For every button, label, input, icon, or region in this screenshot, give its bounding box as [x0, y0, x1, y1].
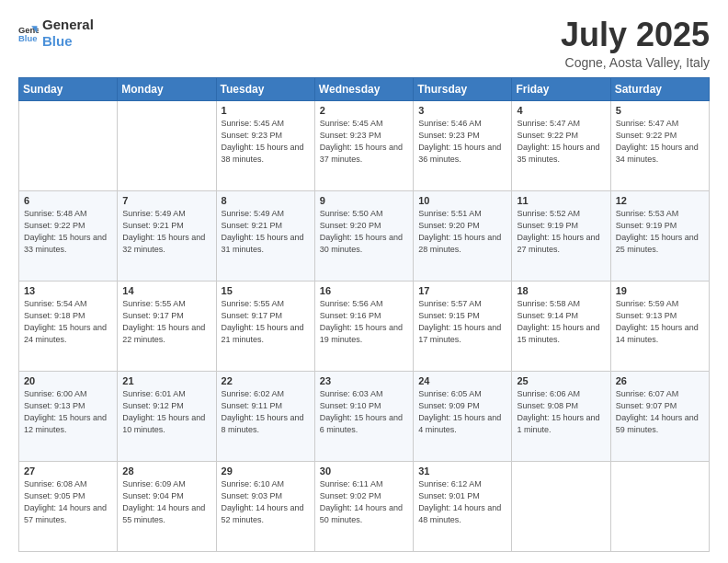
day-info: Sunrise: 5:59 AMSunset: 9:13 PMDaylight:… — [616, 298, 704, 346]
table-row: 12Sunrise: 5:53 AMSunset: 9:19 PMDayligh… — [610, 190, 709, 281]
calendar-week-5: 27Sunrise: 6:08 AMSunset: 9:05 PMDayligh… — [19, 461, 710, 551]
table-row: 4Sunrise: 5:47 AMSunset: 9:22 PMDaylight… — [512, 100, 610, 190]
day-info: Sunrise: 5:49 AMSunset: 9:21 PMDaylight:… — [122, 208, 210, 256]
day-number: 23 — [320, 375, 408, 386]
logo-general: General — [42, 17, 94, 33]
table-row: 7Sunrise: 5:49 AMSunset: 9:21 PMDaylight… — [118, 190, 216, 281]
calendar-week-3: 13Sunrise: 5:54 AMSunset: 9:18 PMDayligh… — [19, 281, 710, 371]
day-info: Sunrise: 6:03 AMSunset: 9:10 PMDaylight:… — [320, 388, 408, 436]
day-info: Sunrise: 6:01 AMSunset: 9:12 PMDaylight:… — [122, 388, 210, 436]
title-location: Cogne, Aosta Valley, Italy — [561, 55, 710, 70]
day-info: Sunrise: 5:45 AMSunset: 9:23 PMDaylight:… — [222, 118, 310, 166]
day-info: Sunrise: 5:58 AMSunset: 9:14 PMDaylight:… — [517, 298, 605, 346]
day-info: Sunrise: 5:47 AMSunset: 9:22 PMDaylight:… — [517, 118, 605, 166]
table-row: 21Sunrise: 6:01 AMSunset: 9:12 PMDayligh… — [118, 371, 216, 461]
header-monday: Monday — [118, 77, 216, 100]
day-number: 10 — [418, 195, 506, 206]
page: General Blue General Blue July 2025 Cogn… — [0, 0, 728, 563]
logo-icon: General Blue — [18, 23, 39, 43]
day-info: Sunrise: 5:50 AMSunset: 9:20 PMDaylight:… — [320, 208, 408, 256]
table-row: 17Sunrise: 5:57 AMSunset: 9:15 PMDayligh… — [414, 281, 512, 371]
day-number: 5 — [616, 105, 704, 116]
logo-text: General Blue — [42, 17, 94, 50]
table-row — [19, 100, 118, 190]
day-number: 26 — [616, 375, 704, 386]
calendar-table: Sunday Monday Tuesday Wednesday Thursday… — [18, 77, 710, 552]
table-row: 6Sunrise: 5:48 AMSunset: 9:22 PMDaylight… — [19, 190, 118, 281]
table-row — [610, 461, 709, 551]
day-number: 13 — [24, 285, 112, 296]
day-number: 4 — [517, 105, 605, 116]
table-row — [512, 461, 610, 551]
table-row: 5Sunrise: 5:47 AMSunset: 9:22 PMDaylight… — [610, 100, 709, 190]
calendar-week-1: 1Sunrise: 5:45 AMSunset: 9:23 PMDaylight… — [19, 100, 710, 190]
table-row: 11Sunrise: 5:52 AMSunset: 9:19 PMDayligh… — [512, 190, 610, 281]
header-thursday: Thursday — [414, 77, 512, 100]
table-row — [118, 100, 216, 190]
table-row: 18Sunrise: 5:58 AMSunset: 9:14 PMDayligh… — [512, 281, 610, 371]
day-info: Sunrise: 5:54 AMSunset: 9:18 PMDaylight:… — [24, 298, 112, 346]
day-number: 2 — [320, 105, 408, 116]
day-info: Sunrise: 5:55 AMSunset: 9:17 PMDaylight:… — [122, 298, 210, 346]
day-number: 16 — [320, 285, 408, 296]
day-number: 9 — [320, 195, 408, 206]
table-row: 13Sunrise: 5:54 AMSunset: 9:18 PMDayligh… — [19, 281, 118, 371]
day-number: 8 — [222, 195, 310, 206]
day-number: 7 — [122, 195, 210, 206]
calendar-week-2: 6Sunrise: 5:48 AMSunset: 9:22 PMDaylight… — [19, 190, 710, 281]
day-number: 18 — [517, 285, 605, 296]
day-number: 14 — [122, 285, 210, 296]
day-number: 11 — [517, 195, 605, 206]
day-number: 19 — [616, 285, 704, 296]
day-info: Sunrise: 5:48 AMSunset: 9:22 PMDaylight:… — [24, 208, 112, 256]
svg-text:Blue: Blue — [18, 33, 37, 43]
day-number: 27 — [24, 465, 112, 477]
table-row: 25Sunrise: 6:06 AMSunset: 9:08 PMDayligh… — [512, 371, 610, 461]
table-row: 19Sunrise: 5:59 AMSunset: 9:13 PMDayligh… — [610, 281, 709, 371]
day-info: Sunrise: 6:08 AMSunset: 9:05 PMDaylight:… — [24, 478, 112, 526]
day-info: Sunrise: 5:49 AMSunset: 9:21 PMDaylight:… — [222, 208, 310, 256]
day-info: Sunrise: 5:45 AMSunset: 9:23 PMDaylight:… — [320, 118, 408, 166]
header-friday: Friday — [512, 77, 610, 100]
day-number: 17 — [418, 285, 506, 296]
table-row: 29Sunrise: 6:10 AMSunset: 9:03 PMDayligh… — [216, 461, 314, 551]
day-number: 28 — [122, 465, 210, 477]
day-info: Sunrise: 6:00 AMSunset: 9:13 PMDaylight:… — [24, 388, 112, 436]
day-number: 15 — [222, 285, 310, 296]
logo: General Blue General Blue — [18, 17, 94, 50]
table-row: 23Sunrise: 6:03 AMSunset: 9:10 PMDayligh… — [314, 371, 413, 461]
table-row: 30Sunrise: 6:11 AMSunset: 9:02 PMDayligh… — [314, 461, 413, 551]
header: General Blue General Blue July 2025 Cogn… — [18, 17, 710, 70]
table-row: 20Sunrise: 6:00 AMSunset: 9:13 PMDayligh… — [19, 371, 118, 461]
calendar-week-4: 20Sunrise: 6:00 AMSunset: 9:13 PMDayligh… — [19, 371, 710, 461]
day-info: Sunrise: 6:05 AMSunset: 9:09 PMDaylight:… — [418, 388, 506, 436]
day-number: 25 — [517, 375, 605, 386]
header-wednesday: Wednesday — [314, 77, 413, 100]
day-number: 22 — [222, 375, 310, 386]
logo-blue: Blue — [42, 33, 94, 50]
day-info: Sunrise: 5:47 AMSunset: 9:22 PMDaylight:… — [616, 118, 704, 166]
day-number: 30 — [320, 465, 408, 477]
day-info: Sunrise: 6:02 AMSunset: 9:11 PMDaylight:… — [222, 388, 310, 436]
day-number: 21 — [122, 375, 210, 386]
day-info: Sunrise: 6:07 AMSunset: 9:07 PMDaylight:… — [616, 388, 704, 436]
day-number: 6 — [24, 195, 112, 206]
table-row: 26Sunrise: 6:07 AMSunset: 9:07 PMDayligh… — [610, 371, 709, 461]
day-info: Sunrise: 6:06 AMSunset: 9:08 PMDaylight:… — [517, 388, 605, 436]
day-info: Sunrise: 6:10 AMSunset: 9:03 PMDaylight:… — [222, 478, 310, 526]
day-info: Sunrise: 6:12 AMSunset: 9:01 PMDaylight:… — [418, 478, 506, 526]
title-block: July 2025 Cogne, Aosta Valley, Italy — [561, 17, 710, 70]
table-row: 15Sunrise: 5:55 AMSunset: 9:17 PMDayligh… — [216, 281, 314, 371]
calendar-header-row: Sunday Monday Tuesday Wednesday Thursday… — [19, 77, 710, 100]
table-row: 9Sunrise: 5:50 AMSunset: 9:20 PMDaylight… — [314, 190, 413, 281]
header-tuesday: Tuesday — [216, 77, 314, 100]
day-info: Sunrise: 5:57 AMSunset: 9:15 PMDaylight:… — [418, 298, 506, 346]
day-number: 1 — [222, 105, 310, 116]
table-row: 8Sunrise: 5:49 AMSunset: 9:21 PMDaylight… — [216, 190, 314, 281]
header-sunday: Sunday — [19, 77, 118, 100]
day-number: 29 — [222, 465, 310, 477]
day-number: 24 — [418, 375, 506, 386]
table-row: 14Sunrise: 5:55 AMSunset: 9:17 PMDayligh… — [118, 281, 216, 371]
table-row: 3Sunrise: 5:46 AMSunset: 9:23 PMDaylight… — [414, 100, 512, 190]
table-row: 2Sunrise: 5:45 AMSunset: 9:23 PMDaylight… — [314, 100, 413, 190]
